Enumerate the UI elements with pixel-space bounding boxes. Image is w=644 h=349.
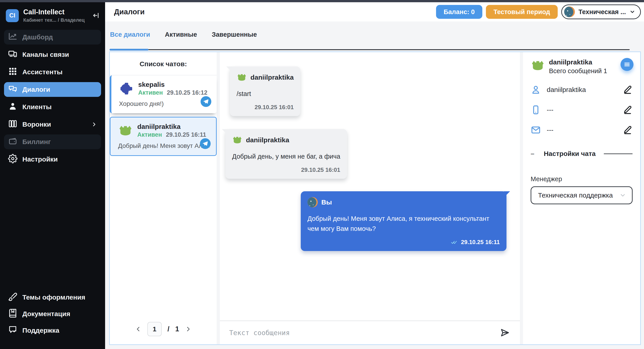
tab-all-dialogs[interactable]: Все диалоги xyxy=(110,31,150,38)
sidebar-item-label: Клиенты xyxy=(22,103,52,111)
content-wrapper: Список чатов: skepalis Активен 29.10.25 … xyxy=(109,52,641,345)
sidebar-item-billing[interactable]: Биллинг xyxy=(4,134,101,149)
chat-list-title: Список чатов: xyxy=(110,52,217,75)
funnels-icon xyxy=(8,119,22,130)
field-value: --- xyxy=(547,106,554,114)
page-title: Диалоги xyxy=(114,8,145,16)
sidebar-item-dashboard[interactable]: Дашборд xyxy=(4,30,101,45)
brand-logo: CI xyxy=(6,9,19,22)
details-messages-total: Всего сообщений 1 xyxy=(549,67,607,75)
sidebar-footer: Темы оформления Документация Поддержка xyxy=(0,290,105,349)
person-icon xyxy=(531,85,541,95)
message-time: 29.10.25 16:11 xyxy=(461,239,500,246)
sidebar-item-label: Документация xyxy=(22,310,70,318)
conversation-panel: daniilpraktika /start 29.10.25 16:01 dan… xyxy=(220,52,520,344)
account-menu-button[interactable]: Техническая ... xyxy=(561,5,641,19)
assistants-grid-icon xyxy=(8,67,22,78)
message-author: daniilpraktika xyxy=(246,136,289,144)
sidebar-item-channels[interactable]: Каналы связи xyxy=(4,47,101,62)
manager-label: Менеджер xyxy=(531,175,632,183)
message-outgoing: Вы Добрый день! Меня зовут Алиса, я техн… xyxy=(301,191,506,251)
field-value: daniilpraktika xyxy=(547,86,586,94)
sidebar-item-label: Биллинг xyxy=(22,138,51,146)
sidebar-item-label: Каналы связи xyxy=(22,51,69,58)
sidebar-item-funnels[interactable]: Воронки xyxy=(4,117,101,132)
planet-avatar xyxy=(308,197,318,207)
telegram-icon xyxy=(200,138,211,149)
hamburger-icon xyxy=(624,61,630,68)
sidebar-nav: Дашборд Каналы связи Ассистенты Диалоги … xyxy=(0,28,105,169)
sidebar-item-label: Ассистенты xyxy=(22,68,62,76)
telegram-icon xyxy=(200,96,211,107)
sidebar-item-assistants[interactable]: Ассистенты xyxy=(4,65,101,79)
chevron-right-icon xyxy=(91,122,97,127)
sidebar-item-clients[interactable]: Клиенты xyxy=(4,100,101,114)
dialogs-icon xyxy=(8,84,22,95)
settings-gear-icon xyxy=(8,154,22,165)
brand-name: Call-Intellect xyxy=(23,8,85,16)
themes-brush-icon xyxy=(8,292,22,303)
trial-period-button[interactable]: Тестовый период xyxy=(486,5,558,19)
message-incoming: daniilpraktika /start 29.10.25 16:01 xyxy=(230,67,300,116)
envelope-icon xyxy=(531,125,541,135)
sidebar-item-label: Воронки xyxy=(22,121,51,128)
message-input[interactable] xyxy=(229,329,499,337)
read-double-check-icon xyxy=(451,239,458,245)
details-menu-button[interactable] xyxy=(620,58,634,71)
sidebar-item-dialogs[interactable]: Диалоги xyxy=(4,82,101,97)
sidebar-item-themes[interactable]: Темы оформления xyxy=(4,290,101,305)
chat-name: daniilpraktika xyxy=(137,123,206,130)
manager-select[interactable]: Техническая поддержка xyxy=(531,186,632,204)
details-field-email: --- xyxy=(531,125,632,135)
tab-active[interactable]: Активные xyxy=(165,31,197,38)
send-icon[interactable] xyxy=(499,327,510,338)
phone-icon xyxy=(531,105,541,115)
channels-icon xyxy=(8,49,22,60)
chat-list-item-skepalis[interactable]: skepalis Активен 29.10.25 16:12 Хорошего… xyxy=(110,75,217,113)
documentation-book-icon xyxy=(8,308,22,319)
chevron-right-icon[interactable] xyxy=(185,326,192,332)
page-header: Диалоги Баланс: 0 Тестовый период Технич… xyxy=(105,2,644,22)
section-dash: – xyxy=(531,150,534,158)
total-pages: 1 xyxy=(175,325,179,333)
chat-preview: Добрый день! Меня зовут Алис... xyxy=(118,142,210,149)
sidebar-item-documentation[interactable]: Документация xyxy=(4,306,101,321)
sidebar-header: CI Call-Intellect Кабинет тех... / Владе… xyxy=(0,2,105,28)
message-text: Добрый день, у меня не баг, а фича xyxy=(232,151,340,162)
skepalis-avatar xyxy=(119,81,134,96)
chat-details-panel: daniilpraktika Всего сообщений 1 daniilp… xyxy=(523,52,640,344)
edit-icon[interactable] xyxy=(623,125,632,135)
chat-name: skepalis xyxy=(138,81,208,88)
clients-icon xyxy=(8,102,22,113)
sidebar-item-label: Настройки xyxy=(22,155,58,163)
chat-list-panel: Список чатов: skepalis Активен 29.10.25 … xyxy=(110,52,217,344)
sidebar-item-label: Дашборд xyxy=(22,33,53,41)
chat-list-pagination: 1 / 1 xyxy=(110,322,217,344)
tabs-underline xyxy=(110,49,630,50)
castle-avatar xyxy=(531,58,545,73)
current-page-box[interactable]: 1 xyxy=(147,322,162,336)
chat-status: Активен xyxy=(137,131,162,138)
chat-list-item-daniilpraktika[interactable]: daniilpraktika Активен 29.10.25 16:11 До… xyxy=(110,117,217,156)
active-tab-indicator xyxy=(110,49,148,51)
message-author: daniilpraktika xyxy=(250,74,294,81)
edit-icon[interactable] xyxy=(623,85,632,95)
castle-avatar xyxy=(232,135,242,145)
section-divider xyxy=(604,153,632,154)
chat-status: Активен xyxy=(138,89,163,96)
sidebar-item-settings[interactable]: Настройки xyxy=(4,152,101,167)
chevron-left-icon[interactable] xyxy=(135,326,142,332)
sidebar-collapse-icon[interactable] xyxy=(92,12,101,21)
balance-button[interactable]: Баланс: 0 xyxy=(436,5,482,19)
tab-finished[interactable]: Завершенные xyxy=(212,31,257,38)
tabs-bar: Все диалоги Активные Завершенные xyxy=(105,22,644,52)
chevron-down-icon xyxy=(620,192,626,199)
message-time: 29.10.25 16:01 xyxy=(254,104,294,111)
account-label: Техническая ... xyxy=(578,8,626,16)
details-chat-name: daniilpraktika xyxy=(549,58,607,66)
section-title: Настройки чата xyxy=(544,150,596,158)
sidebar-item-support[interactable]: Поддержка xyxy=(4,323,101,338)
chat-settings-section-header: – Настройки чата xyxy=(531,150,632,158)
edit-icon[interactable] xyxy=(623,105,632,115)
billing-wallet-icon xyxy=(8,136,22,147)
